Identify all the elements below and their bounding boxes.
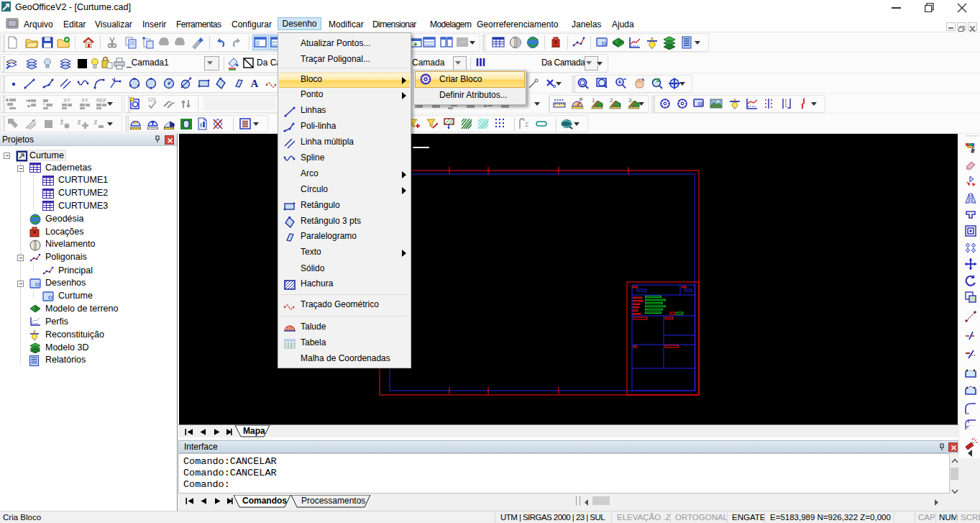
- svg-text:A: A: [251, 78, 259, 89]
- svg-text:123: 123: [148, 97, 156, 102]
- svg-text:3: 3: [628, 97, 632, 104]
- svg-text:XY: XY: [63, 98, 70, 103]
- svg-text:Σ: Σ: [524, 121, 529, 128]
- svg-text:2: 2: [610, 97, 613, 104]
- svg-text:REF: REF: [96, 98, 106, 103]
- svg-text:1: 1: [592, 97, 595, 104]
- svg-text:XY: XY: [81, 98, 88, 103]
